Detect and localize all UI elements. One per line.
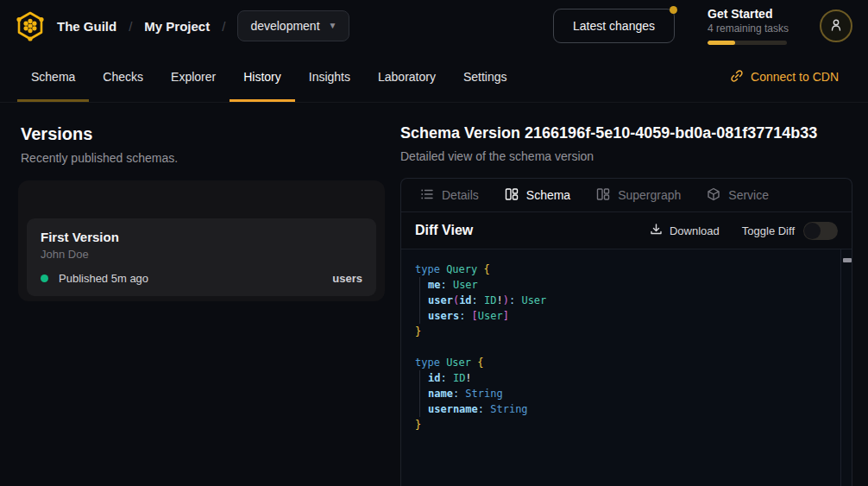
tab-insights[interactable]: Insights — [295, 52, 364, 102]
version-status: Published 5m ago — [59, 272, 148, 285]
published-status-dot — [41, 275, 48, 282]
schema-code-viewer: type Query {me: Useruser(id: ID!): Useru… — [401, 249, 852, 486]
tab-checks[interactable]: Checks — [89, 52, 157, 102]
schema-version-subtitle: Detailed view of the schema version — [400, 149, 852, 163]
download-label: Download — [670, 224, 720, 237]
target-nav-tabs: Schema Checks Explorer History Insights … — [0, 52, 868, 103]
breadcrumb-project[interactable]: My Project — [144, 19, 210, 34]
tab-settings[interactable]: Settings — [450, 52, 521, 102]
toggle-diff-label: Toggle Diff — [742, 224, 795, 237]
code-scrollbar-thumb[interactable] — [843, 258, 852, 262]
schema-detail-panel: Details Schema — [400, 178, 852, 486]
app-header: The Guild / My Project / development ▼ L… — [0, 0, 868, 52]
schema-detail-tabs: Details Schema — [401, 179, 852, 211]
version-service-badge: users — [332, 272, 362, 285]
get-started-progressbar — [708, 41, 787, 45]
diff-view-title: Diff View — [415, 223, 473, 238]
versions-panel: Versions Recently published schemas. Fir… — [0, 103, 400, 486]
versions-title: Versions — [21, 124, 380, 144]
download-icon — [650, 223, 663, 238]
toggle-knob — [804, 223, 821, 239]
code-scrollbar — [840, 249, 852, 486]
latest-changes-button[interactable]: Latest changes — [553, 9, 675, 43]
get-started-title: Get Started — [708, 7, 787, 21]
download-button[interactable]: Download — [650, 223, 720, 238]
tab-schema-view[interactable]: Schema — [505, 187, 570, 204]
versions-subtitle: Recently published schemas. — [21, 151, 380, 165]
target-selector-dropdown[interactable]: development ▼ — [237, 10, 349, 41]
tab-service-label: Service — [728, 188, 769, 202]
latest-changes-label: Latest changes — [573, 19, 655, 33]
link-icon — [730, 69, 744, 85]
schema-version-title: Schema Version 2166196f-5e10-4059-bd0a-0… — [400, 124, 852, 142]
version-author: John Doe — [41, 248, 362, 261]
tab-service[interactable]: Service — [707, 187, 769, 204]
chevron-down-icon: ▼ — [329, 22, 337, 30]
tab-schema-view-label: Schema — [526, 188, 570, 202]
breadcrumb-separator: / — [222, 19, 225, 34]
tab-supergraph[interactable]: Supergraph — [596, 187, 681, 204]
schema-version-panel: Schema Version 2166196f-5e10-4059-bd0a-0… — [400, 103, 868, 486]
get-started-subtitle: 4 remaining tasks — [708, 22, 787, 35]
user-menu-button[interactable] — [820, 9, 852, 42]
tab-history[interactable]: History — [230, 52, 295, 102]
diff-view-toolbar: Diff View Download Toggle Diff — [401, 211, 852, 249]
tab-details-label: Details — [442, 188, 479, 202]
notification-dot — [670, 6, 677, 14]
version-list-item[interactable]: First Version John Doe Published 5m ago … — [27, 218, 376, 296]
graphql-schema-code: type Query {me: Useruser(id: ID!): Useru… — [415, 262, 834, 432]
target-selector-value: development — [250, 19, 319, 33]
breadcrumb-separator: / — [129, 19, 132, 34]
columns-icon — [505, 187, 519, 204]
get-started-progress-fill — [708, 41, 735, 45]
breadcrumb: The Guild / My Project / — [57, 19, 225, 34]
breadcrumb-org[interactable]: The Guild — [57, 19, 116, 34]
get-started-widget[interactable]: Get Started 4 remaining tasks — [708, 7, 787, 45]
tab-schema[interactable]: Schema — [17, 52, 89, 102]
tab-explorer[interactable]: Explorer — [157, 52, 230, 102]
person-icon — [828, 17, 844, 35]
connect-to-cdn-button[interactable]: Connect to CDN — [730, 69, 839, 85]
tab-laboratory[interactable]: Laboratory — [364, 52, 450, 102]
connect-to-cdn-label: Connect to CDN — [751, 70, 839, 84]
versions-card: First Version John Doe Published 5m ago … — [18, 180, 385, 301]
toggle-diff-switch[interactable] — [803, 222, 838, 240]
tab-supergraph-label: Supergraph — [618, 188, 681, 202]
version-name: First Version — [41, 230, 362, 244]
cube-icon — [707, 187, 720, 204]
list-icon — [420, 187, 434, 204]
columns-icon — [596, 187, 610, 204]
hive-logo-icon[interactable] — [12, 8, 48, 44]
tab-details[interactable]: Details — [420, 187, 479, 204]
